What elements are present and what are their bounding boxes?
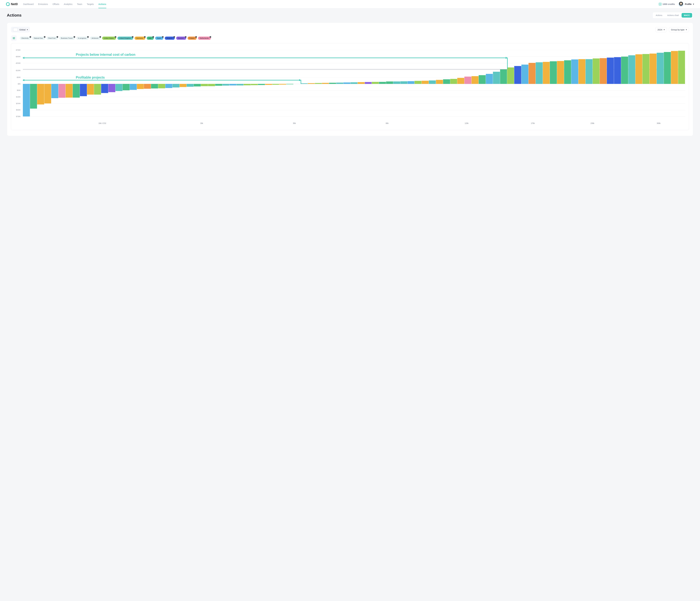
chip-spain[interactable]: Spain×	[155, 36, 163, 40]
close-icon[interactable]: ×	[173, 36, 175, 38]
controls: Global ▾ 2024 ▾ Group by type ▾	[11, 27, 689, 32]
bar[interactable]	[657, 47, 664, 120]
bar[interactable]	[643, 47, 649, 120]
bar[interactable]	[585, 47, 593, 120]
y-tick: -$100K	[14, 70, 22, 71]
nav-item-emissions[interactable]: Emissions	[38, 0, 48, 8]
chip-achieved[interactable]: Achieved×	[90, 36, 101, 40]
y-tick: $700K	[14, 116, 22, 117]
nav-item-targets[interactable]: Targets	[87, 0, 94, 8]
bar[interactable]	[614, 47, 621, 120]
arrow	[23, 57, 507, 58]
x-tick: 120k	[465, 122, 468, 124]
nav-item-offsets[interactable]: Offsets	[52, 0, 59, 8]
bar[interactable]	[593, 47, 600, 120]
close-icon[interactable]: ×	[87, 36, 89, 38]
close-icon[interactable]: ×	[132, 36, 133, 38]
x-tick: 80k	[386, 122, 389, 124]
bar[interactable]	[536, 47, 543, 120]
profile-label: Profile	[685, 3, 692, 5]
close-icon[interactable]: ×	[30, 36, 31, 38]
chip-germany[interactable]: Germany×	[134, 36, 145, 40]
chip-united-kingdom[interactable]: United Kingdom×	[118, 36, 133, 40]
scope-select[interactable]: Global ▾	[11, 27, 30, 32]
chip-in-progress[interactable]: In progress×	[76, 36, 89, 40]
group-label: Group by type	[671, 28, 684, 31]
close-icon[interactable]: ×	[162, 36, 164, 38]
close-icon[interactable]: ×	[74, 36, 75, 38]
seg-macc[interactable]: MACC	[681, 13, 692, 18]
chart-wrap: Projects below internal cost of carbonPr…	[11, 43, 689, 130]
bar[interactable]	[550, 47, 557, 120]
x-tick: 230k	[591, 122, 594, 124]
close-icon[interactable]: ×	[56, 36, 58, 38]
seg-actions[interactable]: Actions	[653, 13, 665, 18]
scope-label: Global	[19, 28, 25, 31]
bar[interactable]	[557, 47, 564, 120]
close-icon[interactable]: ×	[44, 36, 45, 38]
bar[interactable]	[543, 47, 550, 120]
close-icon[interactable]: ×	[144, 36, 146, 38]
bar[interactable]	[678, 47, 685, 120]
close-icon[interactable]: ×	[195, 36, 197, 38]
bar[interactable]	[514, 47, 521, 120]
year-select[interactable]: 2024 ▾	[655, 27, 667, 32]
bar[interactable]	[671, 47, 678, 120]
chips-row: Electricity×Natural Gas×Fleet Fuel×Busin…	[11, 35, 689, 41]
annotation-connector	[507, 57, 508, 69]
svg-point-1	[14, 37, 15, 38]
profile-menu[interactable]: Profile ▾	[679, 2, 694, 6]
page-title: Actions	[7, 13, 22, 18]
year-label: 2024	[657, 28, 662, 31]
brand-label: Net0	[11, 2, 18, 6]
nav-item-team[interactable]: Team	[77, 0, 82, 8]
topbar: Net0 DashboardEmissionsOffsetsAnalyticsT…	[0, 0, 700, 8]
bar[interactable]	[578, 47, 585, 120]
bar[interactable]	[607, 47, 614, 120]
filter-icon	[12, 37, 15, 40]
bar[interactable]	[635, 47, 643, 120]
nav-item-actions[interactable]: Actions	[98, 0, 106, 8]
filter-button[interactable]	[11, 35, 17, 41]
bar[interactable]	[564, 47, 571, 120]
bar[interactable]	[600, 47, 607, 120]
chip-netherlands[interactable]: Netherlands×	[198, 36, 211, 40]
bar[interactable]	[664, 47, 671, 120]
chip-poland[interactable]: Poland×	[188, 36, 197, 40]
credits-indicator[interactable]: 1000 credits	[659, 3, 675, 5]
chevron-down-icon: ▾	[686, 29, 687, 31]
chip-business-travel[interactable]: Business Travel×	[59, 36, 75, 40]
close-icon[interactable]: ×	[185, 36, 186, 38]
chip-natural-gas[interactable]: Natural Gas×	[32, 36, 45, 40]
chevron-down-icon: ▾	[664, 29, 665, 31]
macc-chart: Projects below internal cost of carbonPr…	[14, 46, 686, 126]
close-icon[interactable]: ×	[209, 36, 211, 38]
seg-actions-chart[interactable]: Actions chart	[665, 13, 681, 18]
brand[interactable]: Net0	[6, 2, 18, 6]
chip-belgium[interactable]: Belgium×	[165, 36, 175, 40]
close-icon[interactable]: ×	[115, 36, 116, 38]
x-tick: 170k	[531, 122, 535, 124]
chip-sweden[interactable]: Sweden×	[176, 36, 186, 40]
group-select[interactable]: Group by type ▾	[669, 27, 689, 32]
chip-united-states[interactable]: United States×	[102, 36, 116, 40]
bar[interactable]	[621, 47, 628, 120]
chip-electricity[interactable]: Electricity×	[20, 36, 31, 40]
bar[interactable]	[628, 47, 635, 120]
bar[interactable]	[571, 47, 578, 120]
bar[interactable]	[521, 47, 528, 120]
nav-item-analytics[interactable]: Analytics	[64, 0, 72, 8]
y-tick: -$250K	[14, 62, 22, 64]
chip-fleet-fuel[interactable]: Fleet Fuel×	[47, 36, 58, 40]
page-head: Actions ActionsActions chartMACC	[0, 8, 700, 21]
nav-right: 1000 credits Profile ▾	[659, 2, 694, 6]
bar[interactable]	[528, 47, 535, 120]
nav-item-dashboard[interactable]: Dashboard	[23, 0, 33, 8]
bar[interactable]	[507, 47, 514, 120]
y-tick: $50K	[14, 90, 22, 91]
close-icon[interactable]: ×	[99, 36, 101, 38]
bar[interactable]	[650, 47, 656, 120]
chip-italy[interactable]: Italy×	[147, 36, 154, 40]
y-tick: $250K	[14, 103, 22, 104]
close-icon[interactable]: ×	[152, 36, 154, 38]
